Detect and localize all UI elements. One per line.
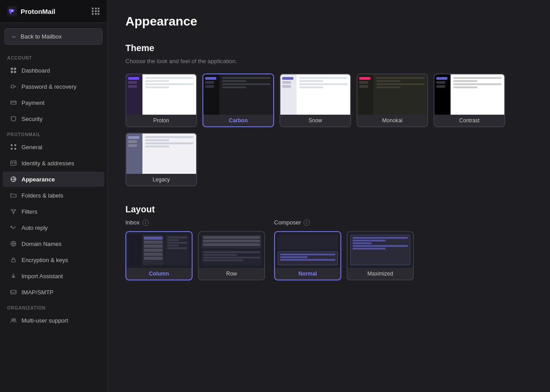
dashboard-icon: [10, 67, 17, 74]
theme-preview-proton: [126, 74, 196, 115]
password-recovery-label: Password & recovery: [21, 83, 77, 90]
sidebar-item-folders-labels[interactable]: Folders & labels: [3, 188, 104, 203]
theme-card-contrast[interactable]: Contrast: [434, 73, 505, 127]
theme-preview-carbon: [203, 74, 273, 115]
svg-rect-2: [14, 68, 16, 70]
filters-label: Filters: [21, 208, 37, 215]
layout-label-column: Column: [126, 268, 192, 280]
svg-rect-22: [12, 259, 15, 262]
svg-point-24: [12, 319, 13, 320]
layout-preview-column: [126, 232, 192, 268]
app-name: ProtonMail: [21, 8, 56, 15]
theme-label-legacy: Legacy: [126, 174, 196, 185]
folder-icon: [10, 192, 17, 199]
theme-preview-monokai: [357, 74, 427, 115]
svg-point-5: [11, 85, 14, 88]
theme-section-description: Choose the look and feel of the applicat…: [125, 58, 532, 65]
sidebar-item-password-recovery[interactable]: Password & recovery: [3, 79, 104, 94]
sidebar-item-imap-smtp[interactable]: IMAP/SMTP: [3, 284, 104, 300]
sidebar-item-appearance[interactable]: Appearance: [3, 172, 104, 187]
theme-card-carbon[interactable]: Carbon: [202, 73, 274, 127]
inbox-group-label: Inbox i: [125, 219, 265, 226]
svg-point-25: [14, 319, 16, 320]
layout-options-row: Inbox i: [125, 219, 532, 280]
account-section-label: ACCOUNT: [0, 50, 107, 62]
sidebar-item-dashboard[interactable]: Dashboard: [3, 63, 104, 78]
theme-card-proton[interactable]: Proton: [125, 73, 197, 127]
inbox-label-text: Inbox: [125, 219, 140, 226]
payment-label: Payment: [21, 99, 44, 106]
layout-card-row[interactable]: Row: [198, 231, 265, 280]
theme-card-legacy[interactable]: Legacy: [125, 133, 197, 186]
theme-grid: Proton Carbon: [125, 73, 532, 127]
users-icon: [10, 317, 17, 324]
protonmail-logo-icon: [7, 6, 17, 16]
imap-smtp-icon: [10, 289, 17, 296]
main-content: Appearance Theme Choose the look and fee…: [107, 0, 550, 392]
sidebar-item-import-assistant[interactable]: Import Assistant: [3, 268, 104, 284]
imap-smtp-label: IMAP/SMTP: [21, 289, 54, 296]
filter-icon: [10, 208, 17, 215]
payment-icon: [10, 99, 17, 106]
layout-card-column[interactable]: Column: [125, 231, 193, 280]
sidebar-item-auto-reply[interactable]: Auto reply: [3, 220, 104, 235]
sidebar-item-payment[interactable]: Payment: [3, 95, 104, 110]
theme-section: Theme Choose the look and feel of the ap…: [125, 43, 532, 186]
general-label: General: [21, 144, 42, 151]
layout-preview-maximized: [348, 232, 413, 268]
layout-preview-normal: [275, 232, 340, 268]
layout-preview-row: [199, 232, 264, 268]
security-label: Security: [21, 116, 43, 122]
composer-label-text: Composer: [274, 219, 301, 226]
theme-label-snow: Snow: [280, 115, 350, 126]
auto-reply-icon: [10, 224, 17, 231]
sidebar-item-domain-names[interactable]: Domain Names: [3, 236, 104, 251]
apps-grid-icon[interactable]: [92, 8, 100, 15]
composer-info-icon[interactable]: i: [304, 220, 310, 226]
auto-reply-label: Auto reply: [21, 224, 48, 231]
svg-rect-1: [11, 68, 13, 70]
sidebar-item-multi-user-support[interactable]: Multi-user support: [3, 313, 104, 328]
composer-group-label: Composer i: [274, 219, 414, 226]
identity-icon: [10, 159, 17, 167]
inbox-info-icon[interactable]: i: [142, 220, 149, 226]
inbox-layout-group: Inbox i: [125, 219, 265, 280]
sidebar-item-encryption-keys[interactable]: Encryption & keys: [3, 252, 104, 267]
sidebar-item-filters[interactable]: Filters: [3, 204, 104, 219]
encryption-keys-label: Encryption & keys: [21, 257, 68, 263]
svg-point-15: [12, 162, 13, 164]
general-icon: [10, 143, 17, 151]
theme-preview-legacy: [126, 134, 196, 174]
svg-rect-11: [14, 144, 16, 146]
appearance-icon: [10, 176, 17, 183]
theme-card-snow[interactable]: Snow: [279, 73, 351, 127]
multi-user-support-label: Multi-user support: [21, 317, 68, 324]
theme-card-monokai[interactable]: Monokai: [357, 73, 428, 127]
organization-section-label: ORGANIZATION: [0, 300, 107, 312]
globe-icon: [10, 240, 17, 247]
layout-section-title: Layout: [125, 204, 532, 215]
logo-area: ProtonMail: [7, 6, 56, 16]
identity-addresses-label: Identity & addresses: [21, 160, 74, 167]
security-icon: [10, 115, 17, 122]
inbox-layout-cards: Column: [125, 231, 265, 280]
theme-grid-row2: Legacy: [125, 133, 532, 186]
sidebar-item-security[interactable]: Security: [3, 111, 104, 126]
back-to-mailbox-button[interactable]: ← Back to Mailbox: [4, 28, 103, 45]
layout-label-maximized: Maximized: [348, 268, 413, 280]
theme-preview-snow: [280, 74, 350, 115]
import-assistant-label: Import Assistant: [21, 273, 63, 280]
layout-card-maximized[interactable]: Maximized: [347, 231, 414, 280]
sidebar-item-general[interactable]: General: [3, 139, 104, 155]
lock-icon: [10, 256, 17, 263]
layout-label-normal: Normal: [275, 268, 340, 280]
layout-card-normal[interactable]: Normal: [274, 231, 341, 280]
key-icon: [10, 83, 17, 90]
theme-preview-contrast: [434, 74, 504, 115]
layout-section: Layout Inbox i: [125, 204, 532, 280]
sidebar-item-identity-addresses[interactable]: Identity & addresses: [3, 155, 104, 171]
back-button-label: Back to Mailbox: [21, 33, 62, 40]
composer-layout-group: Composer i: [274, 219, 414, 280]
sidebar-header: ProtonMail: [0, 0, 107, 23]
folders-labels-label: Folders & labels: [21, 192, 63, 199]
